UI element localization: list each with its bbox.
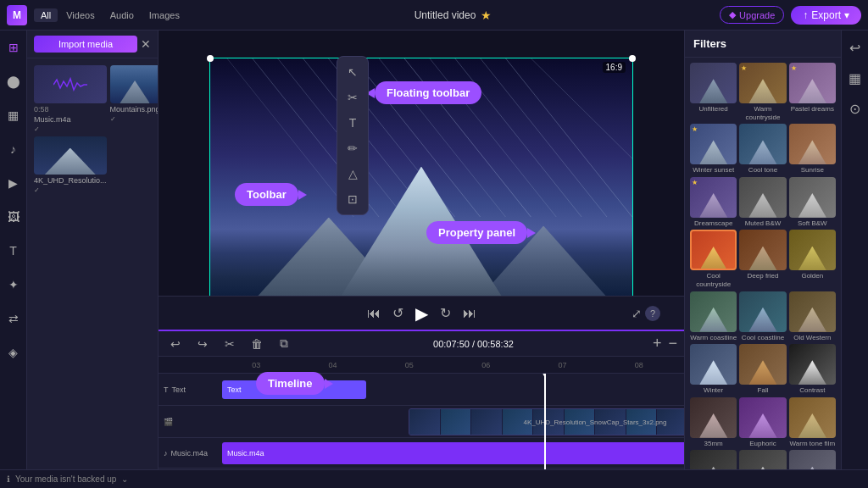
tab-videos[interactable]: Videos [59,8,101,22]
canvas-handle-tr[interactable] [629,55,636,62]
filter-label: Fall [739,386,786,395]
upgrade-gem-icon: ◆ [729,9,736,20]
forward-button[interactable]: ↻ [440,305,451,321]
media-grid: 0:58 Music.m4a ✓ Mountains.png ✓ 4K_UHD_… [27,58,158,201]
bottom-status-bar: ℹ Your media isn't backed up ⌄ [0,469,868,488]
expand-icon[interactable]: ⤢ [632,307,642,320]
floating-toolbar-pen[interactable]: ✏ [341,136,364,160]
floating-toolbar-crop[interactable]: ⊡ [341,187,364,211]
floating-toolbar-select[interactable]: ↖ [341,60,364,84]
filter-item-fall[interactable]: Fall [739,344,786,395]
filter-item-cool-coastline[interactable]: Cool coastline [739,291,786,342]
tab-images[interactable]: Images [142,8,186,22]
sidebar-icon-text[interactable]: T [3,241,24,261]
floating-toolbar-text[interactable]: T [341,111,364,135]
tl-duplicate-button[interactable]: ⧉ [274,334,294,354]
export-button[interactable]: ↑ Export ▾ [791,6,861,25]
help-button[interactable]: ? [645,306,660,321]
tl-add-button[interactable]: + [653,335,662,352]
video-title: Untitled video [415,9,476,21]
right-icons-panel: ↩ ▦ ⊙ [841,30,868,469]
tl-track-content-video: 4K_UHD_Resolution_SnowCap_Stars_3x2.png [218,406,684,437]
tl-track-audio: ♪ Music.m4a Music.m4a [159,438,684,469]
tab-all[interactable]: All [34,8,58,22]
tl-track-label-text: T Text [159,385,218,394]
tl-playhead[interactable] [544,374,546,469]
tl-redo-button[interactable]: ↪ [192,334,213,354]
tl-clip-video[interactable]: 4K_UHD_Resolution_SnowCap_Stars_3x2.png [409,408,684,435]
tl-cut-button[interactable]: ✂ [220,334,240,354]
tab-audio[interactable]: Audio [103,8,141,22]
filter-label: Cool coastline [739,334,786,342]
media-panel-close-icon[interactable]: ✕ [141,37,151,51]
back-button[interactable]: ↺ [392,305,403,321]
filter-item-pastel-dreams[interactable]: ★ Pastel dreams [789,63,836,121]
sidebar-icon-templates[interactable]: ▦ [3,105,24,125]
skip-button[interactable]: ⏭ [463,306,476,321]
sidebar-icon-media[interactable]: ⊞ [3,37,24,58]
sidebar-icon-record[interactable]: ⬤ [3,71,24,92]
status-chevron-icon[interactable]: ⌄ [121,474,128,484]
filter-item-sunrise[interactable]: Sunrise [789,124,836,175]
filter-item-warm-tone-film[interactable]: Warm tone film [789,397,836,448]
tl-clip-audio[interactable]: Music.m4a [222,442,684,464]
sidebar-icon-stock-images[interactable]: 🖼 [3,207,24,227]
floating-toolbar-shape[interactable]: △ [341,162,364,186]
right-icon-adjust[interactable]: ⊙ [845,98,865,119]
media-item[interactable]: 0:58 Music.m4a ✓ [34,65,107,133]
filter-item-warm-countryside[interactable]: ★ Warm countryside [739,63,786,121]
tl-zoom-out-button[interactable]: − [668,335,677,352]
filter-item-bw1[interactable]: Black & white 1 [739,450,786,469]
filter-item-winter[interactable]: Winter [690,344,737,395]
tl-time-display: 00:07:50 / 00:58:32 [301,339,646,349]
sidebar-icon-graphics[interactable]: ✦ [3,274,24,295]
filter-item-35mm[interactable]: 35mm [690,397,737,448]
right-icon-filters[interactable]: ▦ [845,68,865,88]
sidebar-icon-brand-kit[interactable]: ◈ [3,342,24,363]
filter-item-bw2[interactable]: Black & white 2 [690,450,737,469]
canvas-handle-tl[interactable] [207,55,214,62]
sidebar-icon-transitions[interactable]: ⇄ [3,308,24,329]
video-preview: ↖ ✂ T ✏ △ ⊡ [159,30,684,330]
info-icon: ℹ [7,474,10,484]
filter-label: Winter sunset [690,166,737,175]
tl-delete-button[interactable]: 🗑 [247,334,267,354]
filter-item-euphoric[interactable]: Euphoric [739,397,786,448]
favorite-icon[interactable]: ★ [481,8,492,22]
play-button[interactable]: ▶ [415,303,428,324]
filter-item-cool-countryside[interactable]: Cool countryside [690,230,737,288]
filter-item-old-western[interactable]: Old Western [789,291,836,342]
svg-line-9 [481,58,607,217]
upgrade-button[interactable]: ◆ Upgrade [720,6,784,24]
filter-item-unfiltered[interactable]: Unfiltered [690,63,737,121]
filter-label: Euphoric [739,440,786,448]
tl-undo-button[interactable]: ↩ [165,334,186,354]
sidebar-icon-stock-video[interactable]: ▶ [3,173,24,193]
filter-item-dreamscape[interactable]: ★ Dreamscape [690,177,737,228]
filter-item-muted[interactable]: Muted [789,450,836,469]
filter-label: Muted B&W [739,219,786,228]
filter-item-muted-bw[interactable]: Muted B&W [739,177,786,228]
filter-thumb [789,177,836,218]
media-item[interactable]: Mountains.png ✓ [110,65,158,133]
filter-item-winter-sunset[interactable]: ★ Winter sunset [690,124,737,175]
filter-item-golden[interactable]: Golden [789,230,836,288]
export-arrow-icon: ↑ [803,9,808,21]
rewind-button[interactable]: ⏮ [367,306,381,321]
filter-item-contrast[interactable]: Contrast [789,344,836,395]
filter-item-warm-coastline[interactable]: Warm coastline [690,291,737,342]
filter-item-cool-tone[interactable]: Cool tone [739,124,786,175]
floating-toolbar-cut[interactable]: ✂ [341,86,364,109]
filter-thumb [739,177,786,218]
export-chevron-icon: ▾ [844,9,849,21]
filter-item-deep-fried[interactable]: Deep fried [739,230,786,288]
media-item[interactable]: 4K_UHD_Resolutio... ✓ [34,136,107,194]
filter-item-soft-bw[interactable]: Soft B&W [789,177,836,228]
filter-label: Pastel dreams [789,105,836,114]
sidebar-icon-music[interactable]: ♪ [3,139,24,159]
import-media-button[interactable]: Import media [34,36,137,53]
media-check: ✓ [34,125,107,133]
right-icon-undo[interactable]: ↩ [845,37,865,58]
timeline-tracks: T Text Text 🎬 [159,374,684,469]
filter-label: Contrast [789,386,836,395]
